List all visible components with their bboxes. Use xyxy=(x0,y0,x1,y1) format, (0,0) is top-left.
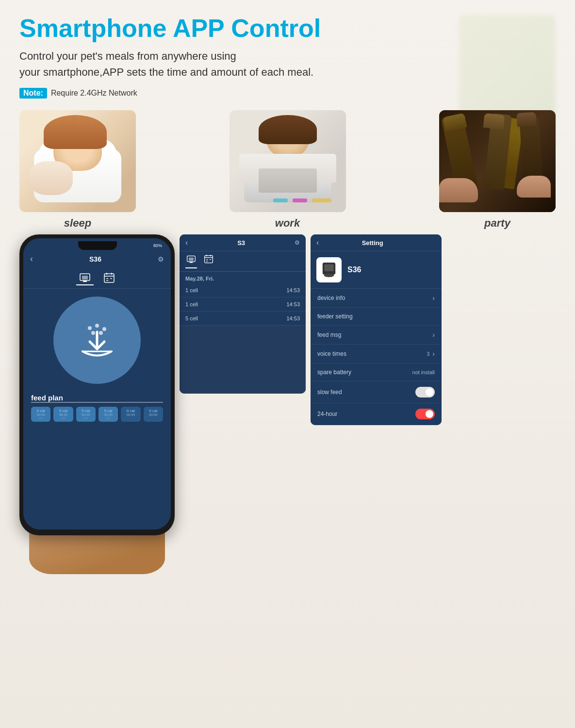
settings-topbar: ‹ Setting xyxy=(311,234,442,251)
svg-rect-2 xyxy=(83,281,87,282)
settings-title: Setting xyxy=(362,239,383,247)
slot-5-time: 00:00 xyxy=(145,413,162,416)
note-row: Note: Require 2.4GHz Network xyxy=(19,88,556,99)
feed-slot-5[interactable]: 0 cal 00:00 xyxy=(144,407,163,422)
24hour-toggle[interactable] xyxy=(415,409,435,419)
svg-rect-6 xyxy=(106,280,108,281)
feed-time-2: 14:53 xyxy=(286,315,300,321)
svg-rect-17 xyxy=(189,258,194,261)
voice-times-value: 3 xyxy=(427,351,429,357)
header-subtitle: Control your pet's meals from anywhere u… xyxy=(19,48,556,80)
phone-screen: 80% ‹ S36 ⚙ xyxy=(23,238,171,529)
settings-item-voice-times[interactable]: voice times 3 › xyxy=(311,345,442,364)
voice-times-label: voice times xyxy=(317,350,346,357)
phone-content: feed plan 5 cal 00:00 am 5 ca xyxy=(23,289,171,529)
svg-rect-27 xyxy=(324,265,333,271)
app-s3-title: S3 xyxy=(237,239,245,247)
app-s3-gear-icon[interactable]: ⚙ xyxy=(295,239,300,246)
sleep-image xyxy=(19,110,136,212)
slot-1-time: 08:30 xyxy=(55,413,71,416)
settings-screen: ‹ Setting S36 xyxy=(311,234,442,425)
svg-rect-23 xyxy=(210,259,211,260)
app-s3-back-icon[interactable]: ‹ xyxy=(185,238,188,247)
slot-4-time: 00:00 xyxy=(122,413,139,416)
app-feed-row-0: 1 cell 14:53 xyxy=(180,283,306,298)
app-s3-schedule-tab[interactable] xyxy=(203,254,214,268)
phone-status-bar: 80% xyxy=(23,238,171,251)
phone-back-icon[interactable]: ‹ xyxy=(30,254,33,264)
feed-msg-label: feed msg xyxy=(317,331,341,338)
app-feed-row-2: 5 cell 14:53 xyxy=(180,312,306,326)
feed-plan-section: feed plan 5 cal 00:00 am 5 ca xyxy=(31,391,163,422)
feed-label-1: 1 cell xyxy=(185,301,198,307)
slot-3-time: 06:30 xyxy=(100,413,116,416)
phone-notch xyxy=(78,241,117,250)
feed-label-2: 5 cell xyxy=(185,315,198,321)
settings-item-feeder-setting[interactable]: feeder setting xyxy=(311,308,442,326)
settings-item-feed-msg[interactable]: feed msg › xyxy=(311,326,442,345)
settings-item-spare-battery: spare battery not install xyxy=(311,364,442,381)
feed-button[interactable] xyxy=(53,297,141,384)
settings-item-slow-feed[interactable]: slow feed xyxy=(311,381,442,403)
feed-slot-1[interactable]: 5 cal 08:30 am xyxy=(53,407,73,422)
scene-party-label: party xyxy=(484,217,510,230)
feeder-icon xyxy=(78,272,92,283)
slot-5-cal: 0 cal xyxy=(145,409,162,413)
app-s3-empty xyxy=(180,326,306,394)
slot-0-cal: 5 cal xyxy=(33,409,49,413)
app-schedule-icon xyxy=(203,254,214,264)
note-text: Require 2.4GHz Network xyxy=(51,89,137,98)
app-section: 80% ‹ S36 ⚙ xyxy=(19,234,556,535)
voice-times-arrow: › xyxy=(432,350,435,358)
scene-sleep: sleep xyxy=(19,110,136,230)
svg-rect-1 xyxy=(82,276,88,280)
settings-item-device-info[interactable]: device info › xyxy=(311,289,442,308)
scene-sleep-label: sleep xyxy=(64,217,91,230)
svg-rect-3 xyxy=(104,274,114,282)
slot-2-ampm: pm xyxy=(78,416,94,420)
device-name: S36 xyxy=(347,265,361,274)
slot-4-cal: 0 cal xyxy=(122,409,139,413)
phone-schedule-tab[interactable] xyxy=(100,271,118,285)
app-s3-feeder-tab[interactable] xyxy=(185,254,197,268)
phone-device-title: S36 xyxy=(89,255,101,263)
device-info-arrow: › xyxy=(432,294,435,302)
feed-slot-4[interactable]: 0 cal 00:00 xyxy=(121,407,140,422)
slot-2-cal: 5 cal xyxy=(78,409,94,413)
device-info-label: device info xyxy=(317,295,345,301)
app-s3-date: May.28, Fri. xyxy=(180,272,306,283)
svg-point-10 xyxy=(88,326,92,330)
app-feeder-icon xyxy=(185,254,197,264)
slot-3-cal: 5 cal xyxy=(100,409,116,413)
party-image xyxy=(439,110,556,212)
app-s3-topbar: ‹ S3 ⚙ xyxy=(180,234,306,251)
phone-topbar: ‹ S36 ⚙ xyxy=(23,251,171,267)
feed-slot-0[interactable]: 5 cal 00:00 am xyxy=(31,407,50,422)
24hour-label: 24-hour xyxy=(317,411,337,417)
page-title: Smartphone APP Control xyxy=(19,15,556,42)
slot-0-time: 00:00 xyxy=(33,413,49,416)
svg-rect-18 xyxy=(190,262,193,263)
note-badge: Note: xyxy=(19,88,47,99)
phone-settings-icon[interactable]: ⚙ xyxy=(158,255,164,263)
feed-time-1: 14:53 xyxy=(286,301,300,307)
svg-point-12 xyxy=(102,327,106,331)
app-s3-nav xyxy=(180,251,306,272)
feed-slot-2[interactable]: 5 cal 00:30 pm xyxy=(76,407,96,422)
feed-plan-divider xyxy=(31,402,163,403)
feed-slot-3[interactable]: 5 cal 06:30 pm xyxy=(99,407,118,422)
device-icon-svg xyxy=(318,259,340,281)
app-s3-screen: ‹ S3 ⚙ xyxy=(180,234,306,394)
settings-back-icon[interactable]: ‹ xyxy=(316,238,319,247)
svg-point-14 xyxy=(99,331,103,335)
schedule-icon xyxy=(102,272,116,284)
phone-mockup: 80% ‹ S36 ⚙ xyxy=(19,234,175,535)
svg-point-11 xyxy=(95,324,99,328)
scenes-row: sleep work xyxy=(19,110,556,230)
feeder-setting-label: feeder setting xyxy=(317,313,353,320)
battery-indicator: 80% xyxy=(153,243,162,248)
feed-slots: 5 cal 00:00 am 5 cal 08:30 am xyxy=(31,407,163,422)
slow-feed-toggle[interactable] xyxy=(415,387,435,397)
phone-feeder-tab[interactable] xyxy=(76,271,94,285)
settings-item-24hour[interactable]: 24-hour xyxy=(311,403,442,425)
